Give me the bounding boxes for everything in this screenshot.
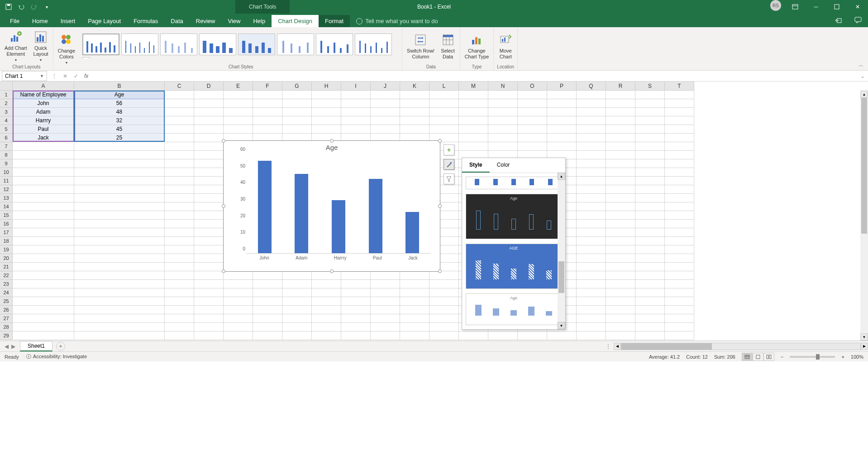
cell[interactable] bbox=[665, 202, 694, 211]
cell[interactable] bbox=[606, 331, 635, 340]
row-header[interactable]: 6 bbox=[0, 134, 13, 142]
cell[interactable] bbox=[606, 306, 635, 314]
select-all-corner[interactable] bbox=[0, 82, 13, 91]
cell[interactable] bbox=[577, 134, 606, 142]
sheet-prev-icon[interactable]: ◀ bbox=[5, 343, 9, 350]
close-icon[interactable]: ✕ bbox=[847, 0, 868, 14]
cell[interactable] bbox=[341, 280, 371, 288]
cell[interactable] bbox=[665, 91, 694, 99]
cell[interactable]: 48 bbox=[74, 108, 165, 116]
gallery-up-icon[interactable]: ▲ bbox=[83, 58, 89, 59]
cell[interactable] bbox=[635, 211, 665, 220]
cell[interactable] bbox=[194, 331, 224, 340]
cell[interactable] bbox=[253, 297, 282, 306]
cell[interactable] bbox=[547, 99, 577, 108]
zoom-out-icon[interactable]: − bbox=[781, 354, 783, 360]
row-header[interactable]: 10 bbox=[0, 168, 13, 177]
cell[interactable] bbox=[74, 185, 165, 194]
column-header[interactable]: L bbox=[429, 82, 459, 91]
cell[interactable] bbox=[165, 116, 194, 125]
cell[interactable] bbox=[606, 134, 635, 142]
cell[interactable]: 45 bbox=[74, 125, 165, 134]
cell[interactable] bbox=[74, 288, 165, 297]
zoom-in-icon[interactable]: + bbox=[841, 354, 844, 360]
cell[interactable] bbox=[194, 228, 224, 237]
column-header[interactable]: H bbox=[312, 82, 341, 91]
row-header[interactable]: 15 bbox=[0, 211, 13, 220]
tab-review[interactable]: Review bbox=[190, 15, 222, 27]
cancel-formula-icon[interactable]: ✕ bbox=[60, 71, 71, 81]
cell[interactable] bbox=[577, 194, 606, 202]
cell[interactable] bbox=[371, 116, 400, 125]
cell[interactable] bbox=[606, 271, 635, 280]
cell[interactable] bbox=[341, 125, 371, 134]
cell[interactable] bbox=[282, 280, 312, 288]
cell[interactable] bbox=[165, 306, 194, 314]
row-header[interactable]: 8 bbox=[0, 151, 13, 159]
cell[interactable] bbox=[577, 306, 606, 314]
cell[interactable] bbox=[400, 91, 429, 99]
cell[interactable]: Adam bbox=[13, 108, 74, 116]
chart-style-thumb[interactable] bbox=[121, 34, 158, 55]
cell[interactable] bbox=[635, 91, 665, 99]
row-header[interactable]: 12 bbox=[0, 185, 13, 194]
chart-bar[interactable] bbox=[258, 161, 272, 253]
cell[interactable] bbox=[635, 245, 665, 254]
column-header[interactable]: O bbox=[518, 82, 547, 91]
column-header[interactable]: K bbox=[400, 82, 429, 91]
cell[interactable] bbox=[577, 314, 606, 323]
cell[interactable] bbox=[665, 288, 694, 297]
cell[interactable] bbox=[224, 108, 253, 116]
undo-icon[interactable] bbox=[17, 3, 25, 11]
row-header[interactable]: 21 bbox=[0, 263, 13, 271]
column-header[interactable]: C bbox=[165, 82, 194, 91]
cell[interactable] bbox=[13, 151, 74, 159]
cell[interactable] bbox=[635, 185, 665, 194]
chart-bars[interactable] bbox=[246, 154, 431, 254]
style-preview-strip[interactable] bbox=[466, 177, 562, 189]
cell[interactable] bbox=[165, 228, 194, 237]
cell[interactable] bbox=[312, 280, 341, 288]
cell[interactable] bbox=[13, 211, 74, 220]
cell[interactable] bbox=[488, 91, 518, 99]
cell[interactable]: Name of Employee bbox=[13, 91, 74, 99]
cell[interactable] bbox=[400, 314, 429, 323]
cell[interactable] bbox=[13, 271, 74, 280]
cell[interactable] bbox=[224, 331, 253, 340]
cell[interactable] bbox=[665, 237, 694, 245]
cell[interactable] bbox=[371, 323, 400, 331]
cell[interactable] bbox=[577, 91, 606, 99]
cell[interactable] bbox=[665, 228, 694, 237]
cell[interactable] bbox=[577, 288, 606, 297]
cell[interactable] bbox=[577, 263, 606, 271]
cell[interactable] bbox=[606, 99, 635, 108]
cell[interactable] bbox=[224, 280, 253, 288]
chart-plot-area[interactable]: 0102030405060 bbox=[246, 154, 431, 254]
cell[interactable] bbox=[13, 194, 74, 202]
cell[interactable] bbox=[194, 271, 224, 280]
cell[interactable] bbox=[518, 134, 547, 142]
row-header[interactable]: 5 bbox=[0, 125, 13, 134]
cell[interactable] bbox=[606, 91, 635, 99]
cell[interactable] bbox=[400, 288, 429, 297]
row-header[interactable]: 1 bbox=[0, 91, 13, 99]
cell[interactable] bbox=[253, 99, 282, 108]
cell[interactable] bbox=[665, 271, 694, 280]
cell[interactable] bbox=[253, 331, 282, 340]
cell[interactable] bbox=[635, 159, 665, 168]
cell[interactable] bbox=[665, 151, 694, 159]
cell[interactable] bbox=[312, 116, 341, 125]
cell[interactable] bbox=[194, 116, 224, 125]
cell[interactable] bbox=[74, 211, 165, 220]
cell[interactable] bbox=[488, 116, 518, 125]
cell[interactable] bbox=[13, 142, 74, 151]
cell[interactable] bbox=[13, 280, 74, 288]
cell[interactable] bbox=[577, 142, 606, 151]
cell[interactable] bbox=[13, 297, 74, 306]
cell[interactable] bbox=[665, 314, 694, 323]
column-header[interactable]: S bbox=[635, 82, 665, 91]
column-header[interactable]: T bbox=[665, 82, 694, 91]
row-header[interactable]: 14 bbox=[0, 202, 13, 211]
cell[interactable] bbox=[459, 331, 488, 340]
cell[interactable] bbox=[341, 271, 371, 280]
